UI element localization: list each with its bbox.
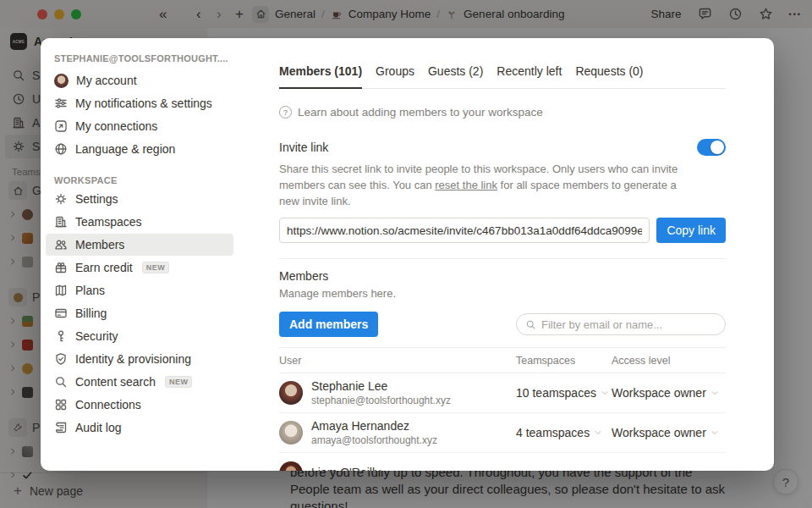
building-icon [54, 215, 68, 229]
section-divider [279, 258, 726, 259]
tab-guests[interactable]: Guests (2) [428, 64, 483, 88]
settings-item-settings[interactable]: Settings [46, 188, 233, 210]
members-tabs: Members (101) Groups Guests (2) Recently… [279, 64, 726, 89]
access-level-dropdown[interactable]: Workspace owner [612, 386, 726, 400]
gift-icon [54, 261, 68, 274]
teamspaces-dropdown[interactable]: 4 teamspaces [516, 426, 612, 439]
tab-members[interactable]: Members (101) [279, 64, 362, 89]
tab-requests[interactable]: Requests (0) [575, 64, 643, 88]
toggle-knob [710, 141, 724, 154]
avatar [279, 381, 303, 405]
settings-item-members[interactable]: Members [46, 234, 233, 256]
invite-link-title: Invite link [279, 141, 328, 154]
invite-link-description: Share this secret link to invite people … [279, 161, 680, 209]
settings-item-audit-log[interactable]: Audit log [46, 417, 233, 439]
sliders-icon [54, 97, 68, 110]
copy-link-button[interactable]: Copy link [656, 218, 726, 243]
settings-item-content-search[interactable]: Content search NEW [46, 371, 233, 393]
settings-sidebar: STEPHANIE@TOOLSFORTHOUGHT.... My account… [41, 38, 254, 471]
key-icon [54, 329, 68, 343]
arrow-out-box-icon [54, 119, 68, 133]
members-section-subtitle: Manage members here. [279, 287, 726, 300]
workspace-section-header: WORKSPACE [54, 175, 240, 185]
grid-icon [54, 398, 68, 411]
learn-link[interactable]: ? Learn about adding members to your wor… [279, 106, 726, 119]
settings-item-plans[interactable]: Plans [46, 279, 233, 301]
new-badge: NEW [142, 262, 170, 273]
table-row[interactable]: Liam O'Reilly [279, 453, 726, 471]
invite-url-input[interactable] [279, 218, 650, 243]
filter-input[interactable] [541, 318, 716, 331]
credit-card-icon [54, 306, 68, 320]
tab-groups[interactable]: Groups [376, 64, 414, 88]
table-row[interactable]: Stephanie Lee stephanie@toolsforthought.… [279, 373, 726, 413]
globe-icon [54, 142, 68, 156]
reset-link[interactable]: reset the link [435, 179, 497, 191]
settings-item-billing[interactable]: Billing [46, 302, 233, 324]
access-level-dropdown[interactable]: Workspace owner [612, 426, 726, 439]
members-table-header: User Teamspaces Access level [279, 347, 726, 373]
chevron-down-icon [710, 389, 719, 397]
shield-check-icon [54, 352, 68, 366]
tab-recently-left[interactable]: Recently left [497, 64, 562, 88]
settings-item-my-account[interactable]: My account [46, 69, 233, 91]
map-icon [54, 284, 68, 297]
chevron-down-icon [601, 389, 609, 397]
question-circle-icon: ? [279, 106, 292, 119]
table-row[interactable]: Amaya Hernandez amaya@toolsforthought.xy… [279, 413, 726, 453]
account-email-header: STEPHANIE@TOOLSFORTHOUGHT.... [41, 50, 254, 69]
new-badge: NEW [165, 376, 193, 388]
invite-link-toggle[interactable] [697, 139, 726, 156]
scroll-icon [54, 421, 68, 434]
settings-item-language[interactable]: Language & region [46, 138, 233, 160]
avatar [279, 421, 303, 444]
search-icon [54, 375, 68, 389]
members-section-title: Members [279, 269, 726, 283]
members-panel: Members (101) Groups Guests (2) Recently… [254, 38, 774, 471]
avatar [54, 74, 69, 88]
filter-field[interactable] [516, 313, 726, 335]
settings-item-connections[interactable]: My connections [46, 115, 233, 137]
settings-item-earn-credit[interactable]: Earn credit NEW [46, 257, 233, 279]
add-members-button[interactable]: Add members [279, 312, 378, 337]
settings-modal: STEPHANIE@TOOLSFORTHOUGHT.... My account… [41, 38, 774, 471]
settings-item-identity[interactable]: Identity & provisioning [46, 348, 233, 370]
avatar [279, 461, 303, 472]
teamspaces-dropdown[interactable]: 10 teamspaces [516, 386, 612, 400]
settings-item-security[interactable]: Security [46, 325, 233, 347]
settings-item-notifications[interactable]: My notifications & settings [46, 92, 233, 114]
gear-icon [54, 192, 68, 206]
search-icon [525, 319, 536, 330]
chevron-down-icon [594, 428, 602, 437]
members-icon [54, 238, 68, 251]
settings-item-teamspaces[interactable]: Teamspaces [46, 211, 233, 233]
settings-item-connections-ws[interactable]: Connections [46, 394, 233, 416]
chevron-down-icon [710, 428, 719, 437]
